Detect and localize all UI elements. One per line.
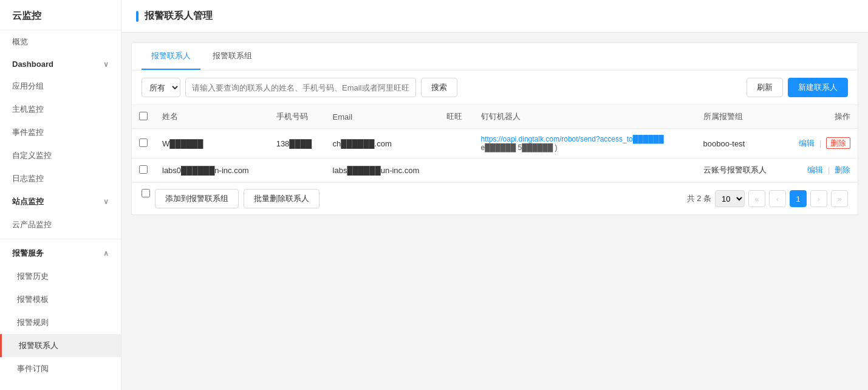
main-content: 报警联系人管理 报警联系人 报警联系组 所有 搜索 刷新 新建联系人 — [121, 0, 868, 390]
row2-delete-link[interactable]: 删除 — [835, 165, 850, 174]
chevron-up-icon: ∧ — [103, 249, 109, 258]
batch-delete-button[interactable]: 批量删除联系人 — [244, 189, 320, 208]
header-bar-accent — [136, 11, 138, 22]
search-button[interactable]: 搜索 — [421, 78, 457, 97]
row1-delete-link[interactable]: 删除 — [826, 137, 850, 149]
sidebar-item-app-group[interactable]: 应用分组 — [0, 75, 121, 98]
sidebar-item-cloud-product[interactable]: 云产品监控 — [0, 213, 121, 236]
row2-email: labs██████un-inc.com — [326, 159, 440, 182]
sidebar-item-event-subscription[interactable]: 事件订阅 — [0, 357, 121, 380]
new-contact-button[interactable]: 新建联系人 — [788, 78, 848, 97]
pagination-next[interactable]: › — [810, 190, 827, 207]
table-row: W██████ 138████ ch██████.com https://oap… — [132, 129, 858, 159]
sidebar-item-alert-history[interactable]: 报警历史 — [0, 265, 121, 288]
th-checkbox — [132, 105, 155, 129]
th-dingtalk: 钉钉机器人 — [474, 105, 696, 129]
page-size-select[interactable]: 10 — [715, 190, 745, 207]
footer-checkbox[interactable] — [142, 189, 150, 197]
th-group: 所属报警组 — [696, 105, 784, 129]
tab-contact[interactable]: 报警联系人 — [142, 43, 200, 70]
row1-select[interactable] — [139, 139, 148, 147]
pagination-last[interactable]: » — [831, 190, 848, 207]
row1-divider: | — [819, 139, 821, 148]
pagination-first[interactable]: « — [748, 190, 765, 207]
sidebar-item-alert-template[interactable]: 报警模板 — [0, 288, 121, 311]
sidebar-item-overview[interactable]: 概览 — [0, 30, 121, 53]
row1-email: ch██████.com — [326, 129, 440, 159]
sidebar-item-alert-rule[interactable]: 报警规则 — [0, 311, 121, 334]
row1-dingtalk: https://oapi.dingtalk.com/robot/send?acc… — [474, 129, 696, 159]
row1-group: booboo-test — [696, 129, 784, 159]
th-phone: 手机号码 — [269, 105, 326, 129]
row2-group: 云账号报警联系人 — [696, 159, 784, 182]
th-email: Email — [326, 105, 440, 129]
table-header-row: 姓名 手机号码 Email 旺旺 钉钉机器人 所属报警组 操作 — [132, 105, 858, 129]
page-header: 报警联系人管理 — [121, 0, 868, 33]
table-wrapper: 姓名 手机号码 Email 旺旺 钉钉机器人 所属报警组 操作 — [132, 105, 858, 182]
row1-checkbox — [132, 129, 155, 159]
total-label: 共 2 条 — [687, 193, 711, 204]
row2-wangwang — [439, 159, 473, 182]
row2-divider: | — [828, 165, 830, 174]
row1-phone: 138████ — [269, 129, 326, 159]
row1-edit-link[interactable]: 编辑 — [799, 139, 815, 148]
pagination-prev[interactable]: ‹ — [769, 190, 786, 207]
row1-dingtalk-extra: e██████ 5██████ ) — [481, 143, 689, 152]
sidebar-item-host-monitor[interactable]: 主机监控 — [0, 98, 121, 121]
row1-actions: 编辑 | 删除 — [784, 129, 858, 159]
th-wangwang: 旺旺 — [439, 105, 473, 129]
pagination-current[interactable]: 1 — [790, 190, 807, 207]
page-title: 报警联系人管理 — [145, 10, 213, 22]
sidebar-item-event-monitor[interactable]: 事件监控 — [0, 121, 121, 144]
row1-wangwang — [439, 129, 473, 159]
row2-edit-link[interactable]: 编辑 — [807, 165, 823, 174]
search-input[interactable] — [185, 78, 416, 97]
toolbar: 所有 搜索 刷新 新建联系人 — [132, 70, 858, 105]
row2-actions: 编辑 | 删除 — [784, 159, 858, 182]
sidebar-item-site-monitor[interactable]: 站点监控 ∨ — [0, 190, 121, 213]
row1-name: W██████ — [155, 129, 269, 159]
sidebar-item-alert-contact[interactable]: 报警联系人 — [0, 334, 121, 357]
footer-left: 添加到报警联系组 批量删除联系人 — [142, 189, 320, 208]
row2-phone — [269, 159, 326, 182]
app-title: 云监控 — [0, 0, 121, 30]
row2-checkbox — [132, 159, 155, 182]
row2-dingtalk — [474, 159, 696, 182]
th-action: 操作 — [784, 105, 858, 129]
tab-group[interactable]: 报警联系组 — [203, 43, 262, 70]
chevron-down-icon: ∨ — [103, 60, 109, 69]
add-to-group-button[interactable]: 添加到报警联系组 — [155, 189, 239, 208]
sidebar-item-dashboard[interactable]: Dashboard ∨ — [0, 53, 121, 75]
contacts-table: 姓名 手机号码 Email 旺旺 钉钉机器人 所属报警组 操作 — [132, 105, 858, 182]
footer-right: 共 2 条 10 « ‹ 1 › — [687, 190, 848, 207]
chevron-down-icon: ∨ — [103, 197, 109, 206]
sidebar-item-log-monitor[interactable]: 日志监控 — [0, 167, 121, 190]
th-name: 姓名 — [155, 105, 269, 129]
sidebar: 云监控 概览 Dashboard ∨ 应用分组 主机监控 事件监控 自定义监控 … — [0, 0, 121, 390]
row2-name: labs0██████n-inc.com — [155, 159, 269, 182]
refresh-button[interactable]: 刷新 — [747, 78, 783, 97]
table-footer: 添加到报警联系组 批量删除联系人 共 2 条 10 « — [132, 182, 858, 214]
row1-dingtalk-url: https://oapi.dingtalk.com/robot/send?acc… — [481, 135, 689, 143]
content-area: 报警联系人 报警联系组 所有 搜索 刷新 新建联系人 — [131, 43, 858, 215]
sidebar-item-custom-monitor[interactable]: 自定义监控 — [0, 144, 121, 167]
select-all-checkbox[interactable] — [139, 112, 148, 120]
sidebar-item-alert-service[interactable]: 报警服务 ∧ — [0, 242, 121, 265]
filter-select[interactable]: 所有 — [142, 78, 180, 97]
tab-bar: 报警联系人 报警联系组 — [132, 43, 858, 70]
row2-select[interactable] — [139, 165, 148, 174]
table-row: labs0██████n-inc.com labs██████un-inc.co… — [132, 159, 858, 182]
